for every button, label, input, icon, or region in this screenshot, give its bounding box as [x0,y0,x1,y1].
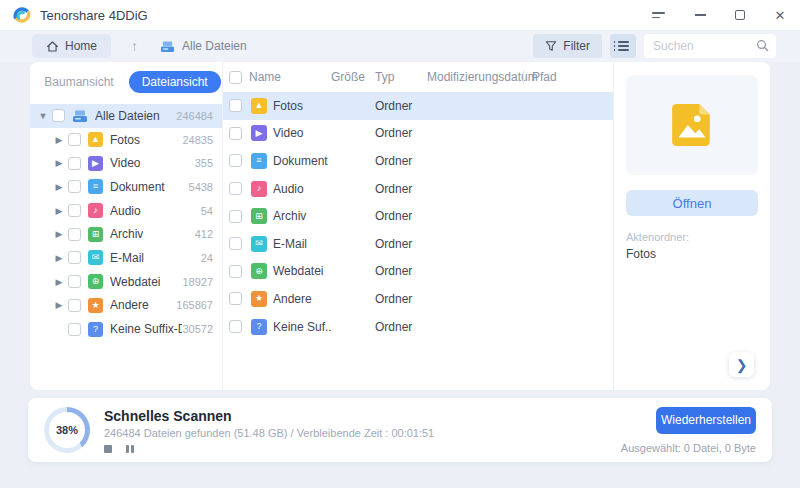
breadcrumb-label: Alle Dateien [182,39,247,53]
table-row-andere[interactable]: ★ Andere Ordner [223,285,613,313]
expand-panel-button[interactable]: ❯ [729,352,754,377]
tree-item-count: 30572 [182,323,213,335]
tree-item-label: Audio [110,204,141,218]
checkbox[interactable] [229,320,242,333]
checkbox[interactable] [68,299,81,312]
caret-down-icon[interactable]: ▼ [38,111,48,121]
open-button[interactable]: Öffnen [626,190,758,216]
close-icon[interactable]: ✕ [772,7,788,23]
table-row-dokument[interactable]: ≡ Dokument Ordner [223,147,613,175]
col-path[interactable]: Pfad [523,70,613,84]
file-table: Name Größe Typ Modifizierungsdatum Pfad … [222,62,614,390]
tree-item-fotos[interactable]: ▶ ▲ Fotos 24835 [30,128,222,152]
col-size[interactable]: Größe [331,70,375,84]
table-row-email[interactable]: ✉ E-Mail Ordner [223,230,613,258]
checkbox[interactable] [229,182,242,195]
breadcrumb[interactable]: Alle Dateien [160,39,247,53]
caret-right-icon[interactable]: ▶ [54,300,64,310]
unknown-file-icon: ? [88,322,103,337]
checkbox[interactable] [68,157,81,170]
col-modified[interactable]: Modifizierungsdatum [427,70,523,84]
tree-item-dokument[interactable]: ▶ ≡ Dokument 5438 [30,175,222,199]
other-file-icon: ★ [88,298,103,313]
caret-right-icon[interactable]: ▶ [54,277,64,287]
tree-item-count: 5438 [189,181,213,193]
caret-right-icon[interactable]: ▶ [54,229,64,239]
checkbox[interactable] [52,109,65,122]
stop-scan-icon[interactable] [104,445,112,453]
table-row-audio[interactable]: ♪ Audio Ordner [223,175,613,203]
checkbox[interactable] [229,99,242,112]
maximize-icon[interactable] [732,7,748,23]
row-type: Ordner [375,182,427,196]
tab-tree-view[interactable]: Baumansicht [31,71,126,93]
row-name: Webdatei [273,264,331,278]
caret-right-icon[interactable]: ▶ [54,158,64,168]
tree-item-archiv[interactable]: ▶ ⊞ Archiv 412 [30,222,222,246]
list-view-button[interactable] [610,34,636,58]
email-file-icon: ✉ [88,250,103,265]
pause-scan-icon[interactable] [126,445,134,453]
checkbox[interactable] [68,228,81,241]
tree-item-webdatei[interactable]: ▶ ⊕ Webdatei 18927 [30,270,222,294]
view-tabs: Baumansicht Dateiansicht [30,71,222,93]
tree-item-alle-dateien[interactable]: ▼ Alle Dateien 246484 [30,104,222,128]
recover-button[interactable]: Wiederherstellen [656,407,756,434]
tree-item-audio[interactable]: ▶ ♪ Audio 54 [30,199,222,223]
filter-icon [545,40,557,52]
col-type[interactable]: Typ [375,70,427,84]
caret-right-icon[interactable]: ▶ [54,182,64,192]
checkbox[interactable] [68,180,81,193]
filter-button[interactable]: Filter [533,34,602,58]
table-row-keine-suffix[interactable]: ? Keine Suf... Ordner [223,313,613,341]
select-all-checkbox[interactable] [229,71,242,84]
checkbox[interactable] [229,265,242,278]
tab-file-view[interactable]: Dateiansicht [129,71,221,93]
tree-item-count: 18927 [182,276,213,288]
content-area: Baumansicht Dateiansicht ▼ Alle Dateien … [30,62,770,390]
chevron-right-icon: ❯ [736,357,748,373]
checkbox[interactable] [229,210,242,223]
row-name: Keine Suf... [273,320,331,334]
preview-thumbnail [626,75,758,175]
tree-item-email[interactable]: ▶ ✉ E-Mail 24 [30,246,222,270]
checkbox[interactable] [68,204,81,217]
photo-preview-icon [670,102,714,148]
table-row-fotos[interactable]: ▲ Fotos Ordner [223,92,613,120]
table-row-archiv[interactable]: ⊞ Archiv Ordner [223,202,613,230]
titlebar: Tenorshare 4DDiG ✕ [0,0,800,30]
row-name: Video [273,126,331,140]
tree-item-video[interactable]: ▶ ▶ Video 355 [30,151,222,175]
row-name: Archiv [273,209,331,223]
menu-icon[interactable] [652,7,668,23]
tree-item-andere[interactable]: ▶ ★ Andere 165867 [30,294,222,318]
table-row-video[interactable]: ▶ Video Ordner [223,120,613,148]
tree-item-keine-suffix[interactable]: ? Keine Suffix-Datei 30572 [30,317,222,341]
checkbox[interactable] [229,154,242,167]
home-button[interactable]: Home [32,34,111,58]
caret-right-icon[interactable]: ▶ [54,253,64,263]
checkbox[interactable] [229,292,242,305]
checkbox[interactable] [68,133,81,146]
row-type: Ordner [375,320,427,334]
folder-value: Fotos [626,247,758,261]
search-icon[interactable] [756,39,769,52]
document-file-icon: ≡ [251,153,267,169]
drive-icon [72,108,88,124]
app-title: Tenorshare 4DDiG [40,8,148,23]
caret-right-icon[interactable]: ▶ [54,135,64,145]
minimize-icon[interactable] [692,7,708,23]
table-row-webdatei[interactable]: ⊕ Webdatei Ordner [223,258,613,286]
row-type: Ordner [375,154,427,168]
checkbox[interactable] [68,323,81,336]
checkbox[interactable] [68,275,81,288]
checkbox[interactable] [229,237,242,250]
row-name: Audio [273,182,331,196]
caret-right-icon[interactable]: ▶ [54,206,64,216]
col-name[interactable]: Name [249,70,331,84]
up-arrow-icon[interactable]: ↑ [131,38,138,54]
checkbox[interactable] [68,251,81,264]
selected-info: Ausgewählt: 0 Datei, 0 Byte [621,442,756,454]
checkbox[interactable] [229,127,242,140]
row-type: Ordner [375,237,427,251]
